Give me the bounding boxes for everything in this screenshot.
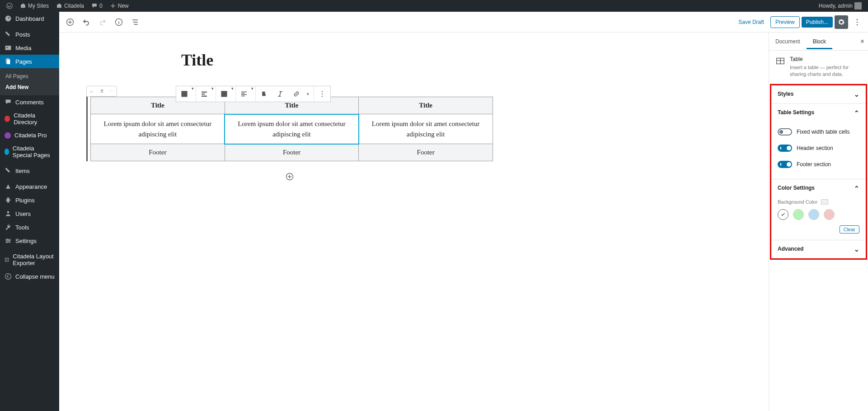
new-content[interactable]: New [107, 3, 131, 9]
howdy-user[interactable]: Howdy, admin [816, 2, 864, 9]
avatar [854, 2, 862, 9]
wp-logo[interactable] [4, 3, 15, 9]
site-name[interactable]: Citadela [53, 3, 87, 9]
new-label: New [118, 3, 129, 9]
my-sites-label: My Sites [28, 3, 49, 9]
svg-point-0 [7, 3, 13, 9]
howdy-label: Howdy, admin [819, 3, 853, 9]
site-name-label: Citadela [64, 3, 84, 9]
comments-bubble[interactable]: 0 [89, 3, 105, 9]
comments-count: 0 [99, 3, 103, 9]
admin-bar: My Sites Citadela 0 New Howdy, admin [0, 0, 868, 12]
my-sites[interactable]: My Sites [17, 3, 52, 9]
